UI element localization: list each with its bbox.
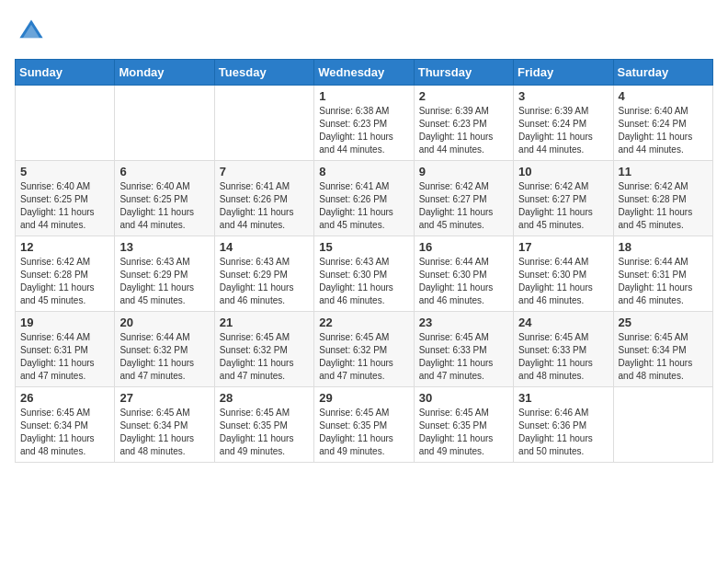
day-info: Sunrise: 6:42 AM Sunset: 6:27 PM Dayligh… bbox=[518, 180, 608, 232]
day-info: Sunrise: 6:45 AM Sunset: 6:34 PM Dayligh… bbox=[20, 407, 109, 458]
calendar-cell bbox=[115, 86, 214, 161]
calendar-cell: 4Sunrise: 6:40 AM Sunset: 6:24 PM Daylig… bbox=[613, 86, 712, 161]
day-info: Sunrise: 6:43 AM Sunset: 6:29 PM Dayligh… bbox=[119, 256, 209, 307]
calendar-cell: 29Sunrise: 6:45 AM Sunset: 6:35 PM Dayli… bbox=[314, 387, 414, 463]
day-number: 3 bbox=[518, 89, 608, 103]
calendar-cell: 24Sunrise: 6:45 AM Sunset: 6:33 PM Dayli… bbox=[514, 312, 613, 387]
header-wednesday: Wednesday bbox=[314, 60, 414, 86]
calendar-cell: 10Sunrise: 6:42 AM Sunset: 6:27 PM Dayli… bbox=[514, 161, 613, 236]
header-sunday: Sunday bbox=[16, 60, 115, 86]
header-tuesday: Tuesday bbox=[214, 60, 313, 86]
calendar-cell: 12Sunrise: 6:42 AM Sunset: 6:28 PM Dayli… bbox=[16, 236, 115, 312]
calendar-cell: 28Sunrise: 6:45 AM Sunset: 6:35 PM Dayli… bbox=[214, 387, 313, 463]
day-info: Sunrise: 6:45 AM Sunset: 6:34 PM Dayligh… bbox=[119, 407, 209, 458]
calendar-week-row: 26Sunrise: 6:45 AM Sunset: 6:34 PM Dayli… bbox=[16, 387, 713, 463]
day-number: 15 bbox=[319, 240, 408, 254]
day-number: 21 bbox=[220, 316, 309, 329]
day-number: 16 bbox=[419, 240, 508, 254]
day-number: 13 bbox=[119, 240, 209, 254]
day-info: Sunrise: 6:44 AM Sunset: 6:31 PM Dayligh… bbox=[619, 256, 708, 307]
day-number: 6 bbox=[119, 165, 209, 178]
day-number: 26 bbox=[20, 391, 109, 405]
header-saturday: Saturday bbox=[613, 60, 712, 86]
day-number: 20 bbox=[119, 316, 209, 329]
day-info: Sunrise: 6:39 AM Sunset: 6:24 PM Dayligh… bbox=[518, 105, 608, 156]
calendar-cell: 30Sunrise: 6:45 AM Sunset: 6:35 PM Dayli… bbox=[414, 387, 513, 463]
day-number: 29 bbox=[319, 391, 408, 405]
calendar-cell: 14Sunrise: 6:43 AM Sunset: 6:29 PM Dayli… bbox=[214, 236, 313, 312]
day-number: 9 bbox=[419, 165, 508, 178]
calendar-week-row: 12Sunrise: 6:42 AM Sunset: 6:28 PM Dayli… bbox=[16, 236, 713, 312]
day-info: Sunrise: 6:38 AM Sunset: 6:23 PM Dayligh… bbox=[319, 105, 408, 156]
day-number: 10 bbox=[518, 165, 608, 178]
page-header bbox=[15, 15, 713, 48]
calendar-cell: 19Sunrise: 6:44 AM Sunset: 6:31 PM Dayli… bbox=[16, 312, 115, 387]
calendar-cell bbox=[613, 387, 712, 463]
calendar-cell: 31Sunrise: 6:46 AM Sunset: 6:36 PM Dayli… bbox=[514, 387, 613, 463]
calendar-cell: 18Sunrise: 6:44 AM Sunset: 6:31 PM Dayli… bbox=[613, 236, 712, 312]
day-info: Sunrise: 6:46 AM Sunset: 6:36 PM Dayligh… bbox=[518, 407, 608, 458]
day-number: 19 bbox=[20, 316, 109, 329]
day-info: Sunrise: 6:45 AM Sunset: 6:35 PM Dayligh… bbox=[220, 407, 309, 458]
day-number: 11 bbox=[619, 165, 708, 178]
day-info: Sunrise: 6:40 AM Sunset: 6:25 PM Dayligh… bbox=[20, 180, 109, 232]
day-number: 31 bbox=[518, 391, 608, 405]
day-info: Sunrise: 6:42 AM Sunset: 6:28 PM Dayligh… bbox=[20, 256, 109, 307]
calendar-cell: 9Sunrise: 6:42 AM Sunset: 6:27 PM Daylig… bbox=[414, 161, 513, 236]
calendar-cell: 25Sunrise: 6:45 AM Sunset: 6:34 PM Dayli… bbox=[613, 312, 712, 387]
day-info: Sunrise: 6:41 AM Sunset: 6:26 PM Dayligh… bbox=[319, 180, 408, 232]
calendar-cell: 7Sunrise: 6:41 AM Sunset: 6:26 PM Daylig… bbox=[214, 161, 313, 236]
day-info: Sunrise: 6:45 AM Sunset: 6:32 PM Dayligh… bbox=[220, 331, 309, 383]
calendar-cell: 26Sunrise: 6:45 AM Sunset: 6:34 PM Dayli… bbox=[16, 387, 115, 463]
day-info: Sunrise: 6:44 AM Sunset: 6:30 PM Dayligh… bbox=[518, 256, 608, 307]
day-info: Sunrise: 6:45 AM Sunset: 6:32 PM Dayligh… bbox=[319, 331, 408, 383]
calendar-week-row: 1Sunrise: 6:38 AM Sunset: 6:23 PM Daylig… bbox=[16, 86, 713, 161]
calendar-cell: 16Sunrise: 6:44 AM Sunset: 6:30 PM Dayli… bbox=[414, 236, 513, 312]
day-number: 28 bbox=[220, 391, 309, 405]
day-info: Sunrise: 6:45 AM Sunset: 6:33 PM Dayligh… bbox=[518, 331, 608, 383]
calendar-cell: 15Sunrise: 6:43 AM Sunset: 6:30 PM Dayli… bbox=[314, 236, 414, 312]
day-number: 14 bbox=[220, 240, 309, 254]
day-info: Sunrise: 6:40 AM Sunset: 6:25 PM Dayligh… bbox=[119, 180, 209, 232]
day-number: 7 bbox=[220, 165, 309, 178]
calendar-cell bbox=[16, 86, 115, 161]
calendar-cell: 2Sunrise: 6:39 AM Sunset: 6:23 PM Daylig… bbox=[414, 86, 513, 161]
header-thursday: Thursday bbox=[414, 60, 513, 86]
calendar-cell: 3Sunrise: 6:39 AM Sunset: 6:24 PM Daylig… bbox=[514, 86, 613, 161]
day-info: Sunrise: 6:42 AM Sunset: 6:27 PM Dayligh… bbox=[419, 180, 508, 232]
day-number: 30 bbox=[419, 391, 508, 405]
calendar-cell: 23Sunrise: 6:45 AM Sunset: 6:33 PM Dayli… bbox=[414, 312, 513, 387]
calendar-cell: 11Sunrise: 6:42 AM Sunset: 6:28 PM Dayli… bbox=[613, 161, 712, 236]
day-number: 1 bbox=[319, 89, 408, 103]
calendar-cell: 1Sunrise: 6:38 AM Sunset: 6:23 PM Daylig… bbox=[314, 86, 414, 161]
header-friday: Friday bbox=[514, 60, 613, 86]
calendar-cell: 22Sunrise: 6:45 AM Sunset: 6:32 PM Dayli… bbox=[314, 312, 414, 387]
header-monday: Monday bbox=[115, 60, 214, 86]
day-number: 2 bbox=[419, 89, 508, 103]
calendar-table: SundayMondayTuesdayWednesdayThursdayFrid… bbox=[15, 59, 713, 463]
calendar-cell bbox=[214, 86, 313, 161]
calendar-cell: 8Sunrise: 6:41 AM Sunset: 6:26 PM Daylig… bbox=[314, 161, 414, 236]
calendar-cell: 21Sunrise: 6:45 AM Sunset: 6:32 PM Dayli… bbox=[214, 312, 313, 387]
calendar-cell: 20Sunrise: 6:44 AM Sunset: 6:32 PM Dayli… bbox=[115, 312, 214, 387]
day-number: 8 bbox=[319, 165, 408, 178]
calendar-week-row: 19Sunrise: 6:44 AM Sunset: 6:31 PM Dayli… bbox=[16, 312, 713, 387]
day-info: Sunrise: 6:41 AM Sunset: 6:26 PM Dayligh… bbox=[220, 180, 309, 232]
day-number: 18 bbox=[619, 240, 708, 254]
logo-icon bbox=[15, 15, 48, 48]
day-number: 27 bbox=[119, 391, 209, 405]
day-info: Sunrise: 6:45 AM Sunset: 6:34 PM Dayligh… bbox=[619, 331, 708, 383]
day-number: 17 bbox=[518, 240, 608, 254]
day-info: Sunrise: 6:45 AM Sunset: 6:35 PM Dayligh… bbox=[419, 407, 508, 458]
calendar-week-row: 5Sunrise: 6:40 AM Sunset: 6:25 PM Daylig… bbox=[16, 161, 713, 236]
logo bbox=[15, 15, 51, 48]
day-number: 22 bbox=[319, 316, 408, 329]
day-number: 4 bbox=[619, 89, 708, 103]
day-info: Sunrise: 6:43 AM Sunset: 6:29 PM Dayligh… bbox=[220, 256, 309, 307]
day-info: Sunrise: 6:44 AM Sunset: 6:30 PM Dayligh… bbox=[419, 256, 508, 307]
day-info: Sunrise: 6:45 AM Sunset: 6:35 PM Dayligh… bbox=[319, 407, 408, 458]
day-number: 25 bbox=[619, 316, 708, 329]
day-info: Sunrise: 6:42 AM Sunset: 6:28 PM Dayligh… bbox=[619, 180, 708, 232]
day-info: Sunrise: 6:40 AM Sunset: 6:24 PM Dayligh… bbox=[619, 105, 708, 156]
day-number: 12 bbox=[20, 240, 109, 254]
